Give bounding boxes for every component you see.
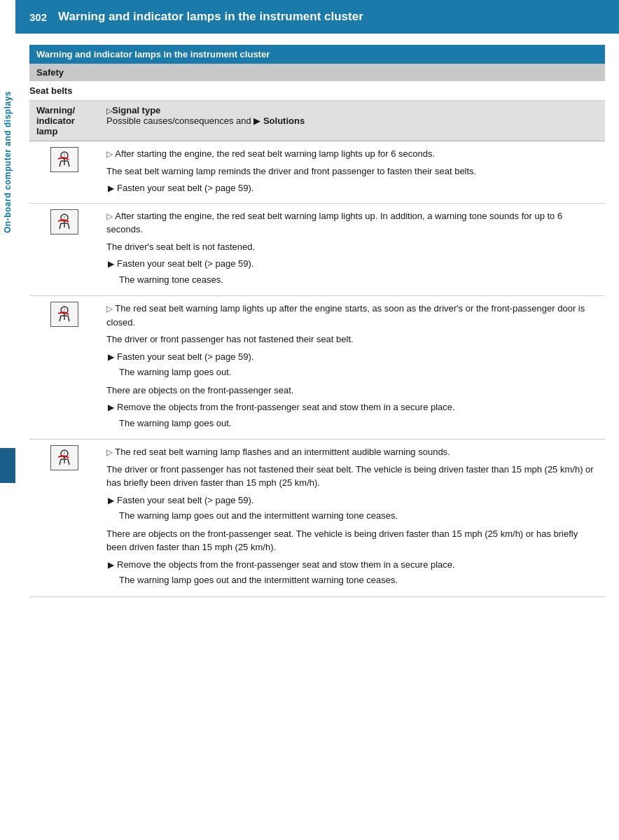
svg-text:!: ! — [64, 307, 65, 312]
desc-para: ▷ After starting the engine, the red sea… — [106, 209, 598, 237]
seat-belt-icon-4: ! — [50, 445, 78, 470]
desc-para: The seat belt warning lamp reminds the d… — [106, 164, 598, 178]
solution-line: ▶ Fasten your seat belt (> page 59). — [106, 257, 598, 271]
solution-arrow: ▶ — [108, 559, 114, 571]
sidebar-tab: On-board computer and displays — [0, 91, 15, 483]
signal-triangle: ▷ — [106, 106, 112, 115]
section-header: Warning and indicator lamps in the instr… — [29, 45, 605, 64]
desc-cell-4: ▷ The red seat belt warning lamp flashes… — [99, 440, 605, 597]
solution-text: Fasten your seat belt (> page 59). — [117, 257, 253, 271]
desc-para: The driver or front passenger has not fa… — [106, 332, 598, 346]
svg-text:!: ! — [64, 451, 65, 456]
solution-line: ▶ Fasten your seat belt (> page 59). — [106, 181, 598, 195]
svg-text:!: ! — [64, 215, 65, 220]
page-title: Warning and indicator lamps in the instr… — [58, 10, 363, 24]
seat-belt-icon-2: ! — [50, 209, 78, 234]
content-wrapper: Warning and indicator lamps in the instr… — [15, 34, 619, 608]
col-header-signal: ▷ Signal type Possible causes/consequenc… — [99, 101, 605, 141]
safety-header: Safety — [29, 64, 605, 81]
causes-text: Possible causes/consequences and — [106, 115, 253, 126]
desc-cell-1: ▷ After starting the engine, the red sea… — [99, 141, 605, 204]
desc-cell-2: ▷ After starting the engine, the red sea… — [99, 203, 605, 296]
solution-text: Fasten your seat belt (> page 59). — [117, 181, 253, 195]
seat-belt-svg-3: ! — [55, 304, 74, 324]
seat-belts-header: Seat belts — [29, 81, 605, 101]
solutions-label: Solutions — [263, 115, 305, 126]
sidebar-blue-box — [0, 448, 15, 483]
sub-text: The warning lamp goes out and the interm… — [106, 509, 598, 523]
svg-line-21 — [60, 459, 61, 465]
main-content: 302 Warning and indicator lamps in the i… — [15, 0, 619, 608]
solution-line: ▶ Remove the objects from the front-pass… — [106, 400, 598, 414]
solution-text: Fasten your seat belt (> page 59). — [117, 493, 253, 507]
desc-para: ▷ After starting the engine, the red sea… — [106, 147, 598, 161]
svg-line-9 — [60, 223, 61, 229]
svg-line-3 — [60, 161, 61, 167]
seat-belt-icon-3: ! — [50, 302, 78, 327]
solution-text: Remove the objects from the front-passen… — [117, 400, 455, 414]
signal-type-label: Signal type — [112, 105, 160, 115]
table-row: ! ▷ The red seat belt warning lamp flash… — [29, 440, 605, 597]
solution-text: Fasten your seat belt (> page 59). — [117, 350, 253, 364]
solution-arrow: ▶ — [108, 258, 114, 270]
solution-arrow: ▶ — [108, 351, 114, 363]
table-row: ! ▷ The red seat belt warning lamp light… — [29, 296, 605, 440]
svg-line-4 — [68, 161, 69, 167]
svg-line-16 — [68, 316, 69, 321]
sub-text: The warning lamp goes out. — [106, 365, 598, 379]
solutions-arrow: ▶ — [253, 115, 263, 126]
solution-arrow: ▶ — [108, 401, 114, 414]
col-header-row: Warning/indicatorlamp ▷ Signal type Poss… — [29, 101, 605, 141]
solution-arrow: ▶ — [108, 494, 114, 507]
desc-cell-3: ▷ The red seat belt warning lamp lights … — [99, 296, 605, 440]
seat-belt-svg-1: ! — [55, 150, 74, 169]
icon-cell: ! — [29, 203, 99, 296]
desc-para: There are objects on the front-passenger… — [106, 527, 598, 554]
sub-text: The warning lamp goes out. — [106, 416, 598, 430]
svg-line-22 — [68, 459, 69, 465]
seat-belt-svg-2: ! — [55, 212, 74, 232]
sub-text: The warning lamp goes out and the interm… — [106, 573, 598, 587]
seat-belt-icon-1: ! — [50, 147, 78, 172]
page-number: 302 — [29, 11, 47, 23]
svg-line-15 — [60, 316, 61, 321]
sidebar-text: On-board computer and displays — [3, 91, 13, 240]
solution-line: ▶ Fasten your seat belt (> page 59). — [106, 350, 598, 364]
col-header-warning: Warning/indicatorlamp — [29, 101, 99, 141]
icon-cell: ! — [29, 141, 99, 204]
desc-para: The driver or front passenger has not fa… — [106, 463, 598, 490]
solution-line: ▶ Fasten your seat belt (> page 59). — [106, 493, 598, 507]
solution-text: Remove the objects from the front-passen… — [117, 558, 455, 572]
svg-text:!: ! — [64, 153, 65, 158]
desc-para: There are objects on the front-passenger… — [106, 384, 598, 398]
solution-line: ▶ Remove the objects from the front-pass… — [106, 558, 598, 572]
table-row: ! ▷ After starting the engine, the red s… — [29, 141, 605, 204]
seat-belt-svg-4: ! — [55, 448, 74, 468]
page-header: 302 Warning and indicator lamps in the i… — [15, 0, 619, 34]
icon-cell: ! — [29, 296, 99, 440]
main-table: Warning/indicatorlamp ▷ Signal type Poss… — [29, 101, 605, 597]
sub-text: The warning tone ceases. — [106, 273, 598, 287]
icon-cell: ! — [29, 440, 99, 597]
desc-para: The driver's seat belt is not fastened. — [106, 240, 598, 254]
desc-para: ▷ The red seat belt warning lamp flashes… — [106, 445, 598, 459]
desc-para: ▷ The red seat belt warning lamp lights … — [106, 302, 598, 329]
solution-arrow: ▶ — [108, 182, 114, 195]
table-row: ! ▷ After starting the engine, the red s… — [29, 203, 605, 296]
svg-line-10 — [68, 223, 69, 229]
